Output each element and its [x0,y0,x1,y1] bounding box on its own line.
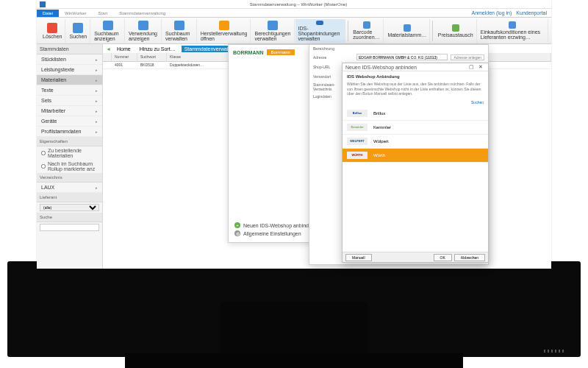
ribbon-barcode[interactable]: Barcode zuordnen… [350,19,384,43]
close-icon[interactable]: ✕ [476,64,485,69]
sidebar-item-geräte[interactable]: Geräte▸ [37,116,102,127]
vendor-brillux[interactable]: BrilluxBrillux [343,107,488,121]
ribbon-search[interactable]: Suchen [66,19,90,43]
sidebar-item-sets[interactable]: Sets▸ [37,96,102,106]
tab-file[interactable]: Datei [37,10,59,17]
sidebar-item-stücklisten[interactable]: Stücklisten▸ [37,54,102,65]
lbl-adresse: Adresse [313,55,354,60]
sidebar-item-leistungstexte[interactable]: Leistungstexte▸ [37,65,102,75]
lieferant-select[interactable]: (alle) [40,204,99,211]
ribbon-price[interactable]: Preisaustausch [435,19,477,43]
sidebar-check2[interactable]: Nach im Suchbaum Rollup markierte anz [37,160,102,173]
app-icon [40,1,46,7]
sidebar-item-texte[interactable]: Texte▸ [37,85,102,96]
folder-icon [219,21,229,30]
ok-button[interactable]: OK [434,254,452,261]
ribbon-usage[interactable]: Verwendung anzeigen [126,19,162,43]
sidebar-verzeichnis: Verzeichnis [37,173,102,183]
cancel-button[interactable]: Abbrechen [454,254,485,261]
vendor-logo: BORRMANN [233,50,264,55]
import-icon [404,24,411,32]
col-keyword[interactable]: Suchwort [137,53,167,61]
sidebar-item-materialien[interactable]: Materialien▸ [37,75,102,85]
sidebar-header: Stammdaten [37,44,102,54]
ids-icon [316,21,323,25]
tab-stammdaten[interactable]: Stammdatenverwaltung [113,10,171,17]
dialog-header: Neuen IDS-Webshop anbinden [345,65,417,70]
sidebar-search-label: Suche [37,213,102,222]
search-icon [73,23,83,33]
sidebar-props-header: Eigenschaften [37,137,102,146]
refresh-icon [452,24,459,32]
gear-icon: ⚙ [234,230,240,236]
lock-icon [268,21,278,30]
ribbon-purchase[interactable]: Einkaufskonditionen eines Lieferanten er… [478,19,548,43]
sidebar-lieferant-label: Lieferant [37,193,102,202]
vendor-logo-icon: WELPERT [347,138,368,145]
webshop-dialog: Neuen IDS-Webshop anbinden ▢✕ IDS Websho… [342,63,489,263]
lbl-bezeichnung: Bezeichnung [313,46,354,51]
sidebar: Stammdaten Stücklisten▸Leistungstexte▸Ma… [37,44,103,269]
vendor-logo-icon: Kemmler [347,124,368,131]
ribbon-delete[interactable]: Löschen [40,19,65,43]
vendor-label: Wölpert [373,139,389,144]
header-links: Anmelden (log in) Kundenportal [471,10,547,15]
sidebar-check1[interactable]: Zu bestellende Materialien [37,146,102,160]
sidebar-brand[interactable]: LAUX▸ [37,183,102,193]
dialog-search-link[interactable]: Suchen [471,100,484,105]
portal-link[interactable]: Kundenportal [516,10,547,15]
bc-1[interactable]: Hinzu zu Sort… [137,46,179,52]
manual-button[interactable]: Manuell [345,254,372,261]
vendor-logo-icon: WÜRTH [347,152,368,159]
ribbon-searchlist-show[interactable]: Suchbaum anzeigen [91,19,125,43]
new-webshop-link[interactable]: +Neuen IDS-Webshop anbinden [234,222,315,228]
vendor-label: Kemmler [373,125,391,130]
dialog-min-icon[interactable]: ▢ [467,64,476,69]
delete-icon [47,23,57,33]
adresse-create-button[interactable]: Adresse anlegen [451,54,484,60]
sidebar-item-mitarbeiter[interactable]: Mitarbeiter▸ [37,106,102,116]
vendor-kemmler[interactable]: KemmlerKemmler [343,121,488,135]
usage-icon [138,21,148,30]
plus-icon: + [234,222,240,228]
ribbon-folder[interactable]: Herstellerverwaltung öffnen [198,19,251,43]
vendor-name: Borrmann [267,49,295,55]
ribbon-permissions[interactable]: Berechtigungen verwalten [251,19,294,43]
sidebar-item-profilstammdaten[interactable]: Profilstammdaten▸ [37,127,102,137]
ribbon-searchlist-manage[interactable]: Suchbaum verwalten [162,19,197,43]
adresse-input[interactable] [356,54,448,60]
window-title: Stammdatenverwaltung – WinWorker (Mister… [49,2,548,7]
vendor-label: Würth [373,153,385,158]
ribbon-ids[interactable]: IDS-Shopanbindungen verwalten [295,19,345,43]
dialog-desc: Wählen Sie den Webshop aus der Liste aus… [343,82,488,99]
vendor-list: BrilluxBrilluxKemmlerKemmlerWELPERTWölpe… [343,107,488,163]
vendor-wölpert[interactable]: WELPERTWölpert [343,135,488,149]
vendor-label: Brillux [373,111,385,116]
dialog-title: IDS Webshop Anbindung [343,71,488,82]
vendor-würth[interactable]: WÜRTHWürth [343,149,488,163]
ribbon-import[interactable]: Materialstamm… [384,19,430,43]
general-settings-link[interactable]: ⚙Allgemeine Einstellungen [234,230,315,236]
main-area: ◄ Home Hinzu zu Sort… Stammdatenverwalt…… [103,44,551,269]
titlebar: Stammdatenverwaltung – WinWorker (Mister… [37,0,551,9]
tree-icon [103,21,113,30]
tab-start[interactable]: Start [93,10,114,17]
cart-icon [509,21,516,29]
ribbon: Löschen Suchen Suchbaum anzeigen Verwend… [37,18,551,44]
tab-winworker[interactable]: WinWorker [59,10,93,17]
manage-icon [174,21,184,30]
col-number[interactable]: Nummer [112,53,137,61]
bc-home[interactable]: Home [114,46,134,52]
vendor-logo-icon: Brillux [347,110,368,117]
barcode-icon [363,21,370,29]
signin-link[interactable]: Anmelden (log in) [471,10,512,15]
search-input[interactable] [40,224,99,231]
